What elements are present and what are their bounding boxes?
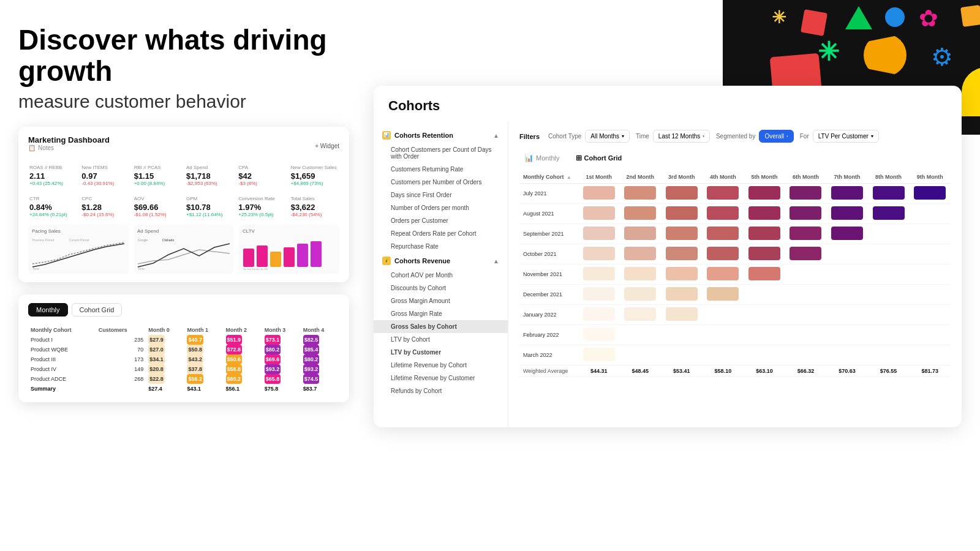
tab-cohort-grid[interactable]: Cohort Grid [72, 303, 123, 317]
sidebar-item-orders-per-customer[interactable]: Orders per Customer [374, 214, 508, 227]
table-row: November 2021 [519, 264, 951, 285]
weighted-9: $81.73 [909, 365, 951, 377]
sidebar-item-cohort-customers-per-count[interactable]: Cohort Customers per Count of Days with … [374, 143, 508, 163]
notes-icon: 📋 [28, 144, 36, 151]
cohort-grid-tabs[interactable]: Monthly Cohort Grid [28, 303, 339, 317]
time-chevron-icon: › [703, 133, 704, 139]
view-tab-monthly-label: Monthly [536, 154, 560, 162]
svg-rect-11 [311, 241, 322, 267]
cohort-label-november-2021: November 2021 [519, 264, 578, 285]
view-tab-cohort-grid[interactable]: ⊞ Cohort Grid [571, 151, 627, 165]
ad-spend-chart: Ad Spend Google Clickado Time [134, 225, 234, 274]
col-month-3: Month 3 [262, 325, 301, 335]
time-select[interactable]: Last 12 Months › [653, 130, 710, 143]
widget-button[interactable]: + Widget [315, 143, 339, 149]
cohort-label-october-2021: October 2021 [519, 244, 578, 264]
sidebar-item-discounts-by-cohort[interactable]: Discounts by Cohort [374, 282, 508, 294]
sort-arrow-icon: ▲ [567, 174, 571, 180]
svg-text:Time: Time [138, 267, 145, 270]
metric-ctr: CTR 0.84% +24.84% (0.21pt) [28, 193, 78, 220]
for-select[interactable]: LTV Per Customer ▾ [813, 130, 879, 143]
cohort-label-december-2021: December 2021 [519, 285, 578, 305]
sidebar-item-repurchase-rate[interactable]: Repurchase Rate [374, 240, 508, 253]
metrics-row-2: CTR 0.84% +24.84% (0.21pt) CPC $1.28 -$0… [28, 193, 339, 220]
time-filter: Time Last 12 Months › [636, 130, 710, 143]
metric-ad-spend: Ad Spend $1,718 -$2,953 (63%) [185, 162, 235, 189]
notes-text: Notes [38, 144, 54, 151]
retention-icon: 📊 [382, 131, 391, 140]
segmented-by-value: Overall [764, 133, 784, 140]
tab-monthly[interactable]: Monthly [28, 303, 68, 317]
metrics-row-1: ROAS // REBB 2.11 +0.43 (25.42%) New ITE… [28, 162, 339, 189]
cohort-grid-card: Monthly Cohort Grid Monthly Cohort Custo… [18, 294, 349, 402]
view-tabs[interactable]: 📊 Monthly ⊞ Cohort Grid [519, 151, 951, 165]
cohort-label-july-2021: July 2021 [519, 184, 578, 204]
table-row: September 2021 [519, 224, 951, 244]
th-2nd-month: 2nd Month [620, 171, 662, 184]
sidebar-item-number-of-orders-per-month[interactable]: Number of Orders per month [374, 201, 508, 214]
cohort-label-february-2022: February 2022 [519, 325, 578, 345]
sidebar-section-retention-header[interactable]: 📊 Cohorts Retention ▲ [374, 127, 508, 143]
time-label: Time [636, 133, 649, 140]
sidebar-section-revenue-header[interactable]: 💰 Cohorts Revenue ▲ [374, 253, 508, 269]
for-filter: For LTV Per Customer ▾ [800, 130, 879, 143]
cohorts-sidebar: 📊 Cohorts Retention ▲ Cohort Customers p… [374, 121, 508, 427]
sidebar-item-gross-margin-rate[interactable]: Gross Margin Rate [374, 307, 508, 320]
sidebar-item-cohort-aov[interactable]: Cohort AOV per Month [374, 269, 508, 282]
marketing-dashboard-card: Marketing Dashboard 📋 Notes + Widget ROA… [18, 127, 349, 282]
metric-new-customer-sales: New Customer Sales $1,659 +$4,869 (73%) [290, 162, 339, 189]
cohort-label-september-2021: September 2021 [519, 224, 578, 244]
segmented-by-chevron-icon: › [786, 133, 788, 139]
for-value: LTV Per Customer [818, 133, 869, 140]
sidebar-item-gross-margin-amount[interactable]: Gross Margin Amount [374, 294, 508, 307]
sidebar-item-refunds-by-cohort[interactable]: Refunds by Cohort [374, 384, 508, 397]
revenue-chevron-icon: ▲ [493, 258, 499, 264]
weighted-average-row: Weighted Average $44.31 $48.45 $53.41 $5… [519, 365, 951, 377]
table-row: August 2021 [519, 204, 951, 224]
filters-row: Filters Cohort Type All Months ▾ Time La… [519, 130, 951, 143]
weighted-1: $44.31 [578, 365, 620, 377]
sidebar-item-customers-returning-rate[interactable]: Customers Returning Rate [374, 163, 508, 176]
table-row: March 2022 [519, 345, 951, 365]
sidebar-item-ltv-by-cohort[interactable]: LTV by Cohort [374, 333, 508, 346]
for-label: For [800, 133, 809, 140]
weighted-average-label: Weighted Average [519, 365, 578, 377]
metric-gpm: GPM $10.78 +$1.12 (11.64%) [185, 193, 235, 220]
table-row: Product I 235 $27.9 $40.7 $51.9 $73.1 $8… [28, 335, 339, 345]
cohort-type-value: All Months [590, 133, 619, 140]
sidebar-item-customers-per-number-of-orders[interactable]: Customers per Number of Orders [374, 176, 508, 189]
segmented-by-select[interactable]: Overall › [759, 130, 793, 143]
sidebar-item-gross-sales-by-cohort[interactable]: Gross Sales by Cohort [374, 320, 508, 333]
sidebar-item-repeat-orders-rate[interactable]: Repeat Orders Rate per Cohort [374, 227, 508, 240]
th-1st-month: 1st Month [578, 171, 620, 184]
cohorts-main-content: Filters Cohort Type All Months ▾ Time La… [508, 121, 962, 427]
metric-roas: ROAS // REBB 2.11 +0.43 (25.42%) [28, 162, 78, 189]
main-cohort-table: Monthly Cohort ▲ 1st Month 2nd Month 3rd… [519, 171, 951, 377]
weighted-5: $63.10 [744, 365, 785, 377]
svg-text:Clickado: Clickado [162, 238, 174, 242]
sidebar-item-ltv-by-customer[interactable]: LTV by Customer [374, 346, 508, 359]
th-4th-month: 4th Month [703, 171, 744, 184]
sidebar-item-days-since-first-order[interactable]: Days since First Order [374, 189, 508, 201]
table-row: October 2021 [519, 244, 951, 264]
table-row: Product WQBE 70 $27.0 $50.8 $72.8 $80.2 … [28, 345, 339, 354]
sidebar-item-lifetime-revenue-by-cohort[interactable]: Lifetime Revenue by Cohort [374, 359, 508, 372]
cohort-label-august-2021: August 2021 [519, 204, 578, 224]
metric-cpa: CPA $42 -$3 (8%) [237, 162, 287, 189]
metric-aov: AOV $69.66 -$1.08 (1.52%) [133, 193, 183, 220]
cohort-type-select[interactable]: All Months ▾ [585, 130, 630, 143]
sidebar-item-lifetime-revenue-by-customer[interactable]: Lifetime Revenue by Customer [374, 372, 508, 384]
svg-text:Current Period: Current Period [69, 238, 89, 242]
table-row: Product IV 149 $20.8 $37.8 $56.8 $93.2 $… [28, 364, 339, 374]
revenue-icon: 💰 [382, 257, 391, 265]
view-tab-monthly[interactable]: 📊 Monthly [519, 151, 565, 165]
main-subheadline: measure customer behavior [18, 91, 361, 112]
view-tab-cohort-grid-label: Cohort Grid [584, 154, 622, 162]
svg-rect-7 [257, 246, 268, 267]
table-row: January 2022 [519, 305, 951, 325]
th-5th-month: 5th Month [744, 171, 785, 184]
th-monthly-cohort[interactable]: Monthly Cohort ▲ [519, 171, 578, 184]
table-row: July 2021 [519, 184, 951, 204]
weighted-4: $58.10 [703, 365, 744, 377]
weighted-6: $66.32 [785, 365, 827, 377]
